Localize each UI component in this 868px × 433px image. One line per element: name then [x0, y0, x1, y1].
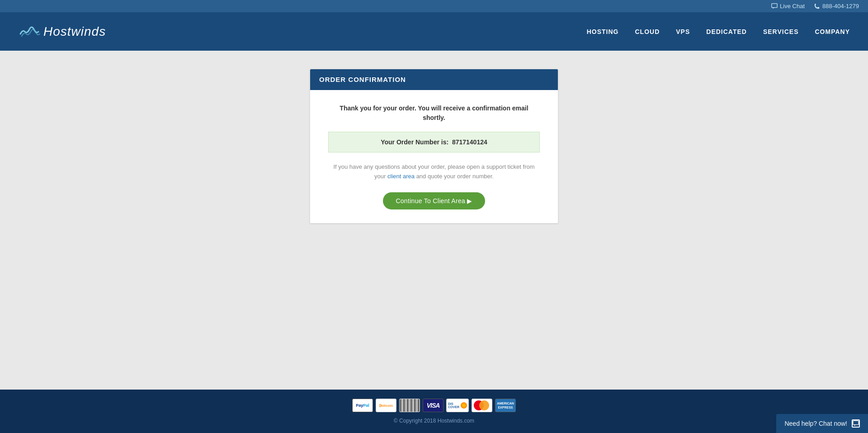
bitcoin-icon: ₿bitcoin [376, 399, 396, 412]
support-text: If you have any questions about your ord… [328, 162, 540, 181]
discover-icon: DISCOVER [446, 399, 469, 412]
svg-rect-1 [853, 421, 859, 425]
logo-text: Hostwinds [43, 24, 106, 39]
order-number-box: Your Order Number is: 8717140124 [328, 132, 540, 152]
logo[interactable]: Hostwinds [18, 23, 106, 41]
svg-rect-0 [772, 3, 777, 7]
client-area-link[interactable]: client area [387, 173, 415, 180]
payment-icons: PayPal ₿bitcoin VISA DISCOVER AMER [352, 399, 516, 412]
nav-services[interactable]: SERVICES [763, 28, 799, 35]
order-number-label: Your Order Number is: [381, 138, 448, 146]
visa-icon: VISA [423, 399, 443, 412]
amex-icon: AMERICANEXPRESS [495, 399, 516, 412]
main-content: ORDER CONFIRMATION Thank you for your or… [0, 51, 868, 390]
nav-company[interactable]: COMPANY [815, 28, 850, 35]
nav-dedicated[interactable]: DEDICATED [706, 28, 747, 35]
footer: PayPal ₿bitcoin VISA DISCOVER AMER [0, 390, 868, 433]
order-card: ORDER CONFIRMATION Thank you for your or… [310, 69, 558, 224]
live-chat-link[interactable]: Live Chat [771, 3, 805, 10]
chat-widget-label: Need help? Chat now! [784, 420, 847, 427]
order-confirmation-title: ORDER CONFIRMATION [319, 76, 406, 83]
chat-icon [852, 419, 860, 428]
check-icon [399, 399, 420, 412]
chat-widget[interactable]: Need help? Chat now! [776, 414, 868, 433]
order-card-header: ORDER CONFIRMATION [310, 69, 558, 90]
order-number-value: 8717140124 [452, 138, 487, 146]
order-card-body: Thank you for your order. You will recei… [310, 90, 558, 223]
continue-to-client-area-button[interactable]: Continue To Client Area ▶ [383, 192, 485, 209]
nav-links: HOSTING CLOUD VPS DEDICATED SERVICES COM… [587, 28, 850, 36]
navbar: Hostwinds HOSTING CLOUD VPS DEDICATED SE… [0, 12, 868, 51]
paypal-icon: PayPal [352, 399, 373, 412]
footer-copyright: © Copyright 2018 Hostwinds.com [394, 418, 474, 424]
nav-cloud[interactable]: CLOUD [635, 28, 660, 35]
mastercard-icon [472, 399, 492, 412]
thank-you-message: Thank you for your order. You will recei… [328, 104, 540, 123]
phone-link[interactable]: 888-404-1279 [814, 3, 859, 10]
nav-vps[interactable]: VPS [676, 28, 690, 35]
nav-hosting[interactable]: HOSTING [587, 28, 619, 35]
top-bar: Live Chat 888-404-1279 [0, 0, 868, 12]
